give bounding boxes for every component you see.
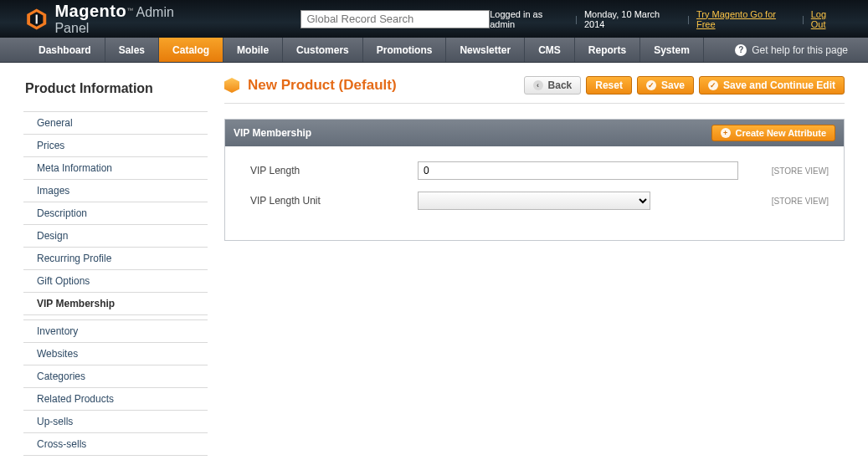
nav-customers[interactable]: Customers [283,38,363,62]
back-label: Back [548,79,573,91]
tab-vip-membership[interactable]: VIP Membership [23,293,208,315]
row-vip-length-unit: VIP Length Unit [STORE VIEW] [250,192,829,210]
nav-promotions[interactable]: Promotions [363,38,447,62]
tab-images[interactable]: Images [23,180,208,202]
vip-length-scope: [STORE VIEW] [750,166,829,176]
sep: | [802,14,804,24]
create-attribute-button[interactable]: + Create New Attribute [711,125,835,141]
page-body: Product Information General Prices Meta … [0,63,868,460]
tab-websites[interactable]: Websites [23,343,208,365]
logged-in-text: Logged in as admin [490,9,568,29]
tab-description[interactable]: Description [23,202,208,225]
sidebar-group-1: General Prices Meta Information Images D… [23,111,208,315]
header-date: Monday, 10 March 2014 [584,9,681,29]
save-continue-label: Save and Continue Edit [723,79,835,91]
section-body: VIP Length [STORE VIEW] VIP Length Unit … [225,146,844,240]
admin-header: Magento™ Admin Panel Logged in as admin … [0,0,868,38]
create-attribute-label: Create New Attribute [736,128,826,138]
section-title: VIP Membership [234,127,311,139]
nav-newsletter[interactable]: Newsletter [446,38,525,62]
titlebar: New Product (Default) ‹ Back Reset ✓ Sav… [224,76,845,104]
tab-prices[interactable]: Prices [23,135,208,157]
nav-help-label: Get help for this page [752,44,848,56]
check-icon: ✓ [646,80,656,90]
main-nav: Dashboard Sales Catalog Mobile Customers… [0,38,868,63]
tab-gift-options[interactable]: Gift Options [23,270,208,293]
nav-help-link[interactable]: ? Get help for this page [735,38,848,62]
magento-icon [25,8,48,31]
try-magento-link[interactable]: Try Magento Go for Free [696,9,795,29]
vip-length-unit-select[interactable] [418,192,650,210]
tab-upsells[interactable]: Up-sells [23,411,208,433]
main-column: New Product (Default) ‹ Back Reset ✓ Sav… [224,76,845,241]
vip-membership-section: VIP Membership + Create New Attribute VI… [224,119,845,241]
vip-length-label: VIP Length [250,165,418,176]
save-continue-button[interactable]: ✓ Save and Continue Edit [699,76,845,95]
reset-button[interactable]: Reset [586,76,632,95]
title-actions: ‹ Back Reset ✓ Save ✓ Save and Continue … [524,76,845,95]
sidebar-group-2: Inventory Websites Categories Related Pr… [23,320,208,460]
tab-categories[interactable]: Categories [23,365,208,388]
check-icon: ✓ [708,80,718,90]
nav-catalog[interactable]: Catalog [159,38,223,62]
nav-system[interactable]: System [640,38,704,62]
tab-design[interactable]: Design [23,225,208,248]
vip-length-unit-label: VIP Length Unit [250,195,418,207]
nav-mobile[interactable]: Mobile [223,38,283,62]
tab-crosssells[interactable]: Cross-sells [23,433,208,456]
reset-label: Reset [595,79,623,91]
nav-sales[interactable]: Sales [105,38,159,62]
magento-logo: Magento™ Admin Panel [25,2,208,36]
help-icon: ? [735,44,747,56]
sep: | [687,14,690,24]
back-button[interactable]: ‹ Back [524,76,582,95]
nav-reports[interactable]: Reports [575,38,640,62]
tab-custom-options[interactable]: Custom Options [23,456,208,460]
svg-rect-2 [36,14,38,23]
row-vip-length: VIP Length [STORE VIEW] [250,161,829,180]
back-icon: ‹ [533,80,543,90]
tab-general[interactable]: General [23,112,208,135]
product-icon [224,78,239,93]
tab-inventory[interactable]: Inventory [23,320,208,343]
section-header: VIP Membership + Create New Attribute [225,120,844,146]
global-search-input[interactable] [300,10,490,28]
vip-length-input[interactable] [418,161,738,180]
tab-recurring-profile[interactable]: Recurring Profile [23,248,208,270]
logout-link[interactable]: Log Out [811,9,843,29]
save-button[interactable]: ✓ Save [637,76,694,95]
product-info-sidebar: Product Information General Prices Meta … [23,76,208,460]
vip-length-unit-scope: [STORE VIEW] [750,197,829,206]
sep: | [575,14,578,24]
tab-meta-info[interactable]: Meta Information [23,157,208,180]
sidebar-title: Product Information [23,76,208,106]
brand-tm: ™ [126,7,133,14]
page-title: New Product (Default) [248,77,397,94]
nav-cms[interactable]: CMS [525,38,575,62]
plus-icon: + [721,128,731,138]
tab-related-products[interactable]: Related Products [23,388,208,411]
brand-name: Magento [54,2,126,20]
save-label: Save [661,79,685,91]
nav-dashboard[interactable]: Dashboard [25,38,105,62]
header-top-links: Logged in as admin | Monday, 10 March 20… [490,9,843,29]
